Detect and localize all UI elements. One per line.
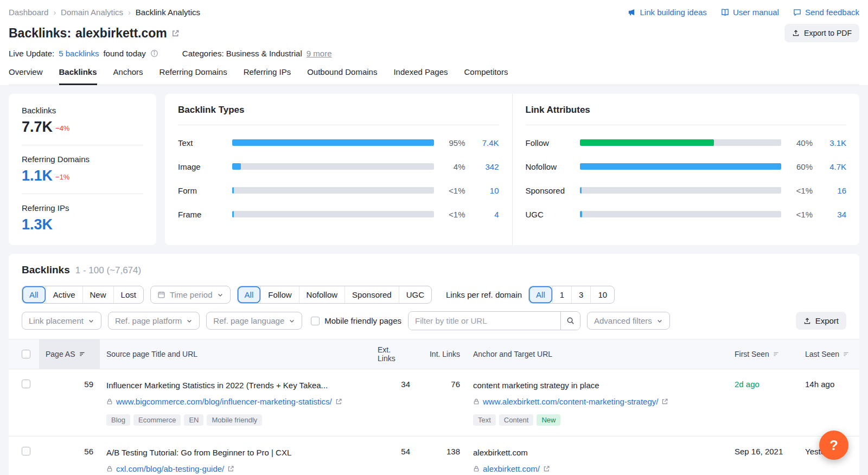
follow-filter-follow[interactable]: Follow: [260, 286, 298, 303]
cell-anchor: alexbirkett.com alexbirkett.com/: [467, 437, 728, 475]
stat-referring-domains: Referring Domains 1.1K−1%: [22, 155, 143, 184]
bar-track: [580, 211, 782, 217]
ref-page-platform-dropdown[interactable]: Ref. page platform: [108, 312, 200, 330]
column-header-int-links[interactable]: Int. Links: [417, 339, 467, 369]
source-title: Influencer Marketing Statistics in 2022 …: [106, 380, 365, 391]
tab-overview[interactable]: Overview: [9, 67, 43, 85]
tab-outbound-domains[interactable]: Outbound Domains: [307, 67, 377, 85]
external-link-icon[interactable]: [171, 29, 180, 37]
link-attr-row-sponsored: Sponsored <1% 16: [526, 178, 847, 202]
stat-ref-ips-value[interactable]: 1.3K: [22, 216, 53, 233]
cell-ext-links: 54: [371, 437, 417, 475]
mobile-friendly-label: Mobile friendly pages: [324, 316, 401, 325]
book-icon: [721, 8, 729, 16]
backlink-types-title: Backlink Types: [178, 105, 499, 125]
lpd-1[interactable]: 1: [552, 286, 571, 303]
tab-indexed-pages[interactable]: Indexed Pages: [393, 67, 448, 85]
page-title: Backlinks: alexbirkett.com: [9, 26, 180, 41]
column-header-ext-links[interactable]: Ext. Links: [371, 339, 417, 369]
stat-backlinks-label: Backlinks: [22, 106, 143, 115]
backlink-analytics-page: Dashboard › Domain Analytics › Backlink …: [0, 0, 868, 475]
info-icon[interactable]: [150, 49, 158, 57]
source-url-line: www.bigcommerce.com/blog/influencer-mark…: [106, 396, 357, 408]
help-button[interactable]: ?: [819, 431, 848, 460]
external-link-icon[interactable]: [543, 465, 550, 472]
row-checkbox[interactable]: [22, 447, 30, 455]
search-button[interactable]: [560, 312, 580, 330]
user-manual-link[interactable]: User manual: [721, 8, 779, 17]
lpd-3[interactable]: 3: [571, 286, 590, 303]
select-all-checkbox[interactable]: [22, 350, 30, 358]
follow-filter-all[interactable]: All: [238, 286, 261, 303]
tab-anchors[interactable]: Anchors: [113, 67, 143, 85]
calendar-icon: [157, 291, 165, 299]
follow-filter-nofollow[interactable]: Nofollow: [299, 286, 345, 303]
bar-fill: [580, 187, 582, 194]
mobile-friendly-filter: Mobile friendly pages: [311, 316, 401, 325]
follow-filter-sponsored[interactable]: Sponsored: [344, 286, 399, 303]
backlink-type-row-form: Form <1% 10: [178, 178, 499, 202]
row-checkbox[interactable]: [22, 380, 30, 388]
time-period-dropdown[interactable]: Time period: [150, 286, 231, 304]
bar-fill: [580, 211, 582, 217]
source-title: A/B Testing Tutorial: Go from Beginner t…: [106, 447, 365, 458]
table-row: 56 A/B Testing Tutorial: Go from Beginne…: [9, 437, 859, 475]
live-update-backlinks-link[interactable]: 5 backlinks: [59, 49, 99, 58]
tab-referring-ips[interactable]: Referring IPs: [244, 67, 291, 85]
bar-fill: [580, 139, 714, 146]
link-building-ideas-link[interactable]: Link building ideas: [628, 8, 706, 17]
breadcrumb-domain-analytics[interactable]: Domain Analytics: [61, 8, 123, 17]
column-header-source[interactable]: Source page Title and URL: [100, 339, 371, 369]
source-url-link[interactable]: cxl.com/blog/ab-testing-guide/: [116, 464, 224, 473]
column-header-page-as[interactable]: Page AS: [39, 339, 100, 369]
status-filter-all[interactable]: All: [22, 286, 46, 303]
target-url-link[interactable]: alexbirkett.com/: [483, 464, 540, 473]
lpd-10[interactable]: 10: [590, 286, 614, 303]
column-header-last-seen[interactable]: Last Seen: [799, 339, 859, 369]
export-button[interactable]: Export: [796, 312, 846, 330]
link-placement-dropdown[interactable]: Link placement: [22, 312, 101, 330]
status-filter-active[interactable]: Active: [46, 286, 82, 303]
charts-card: Backlink Types Text 95% 7.4K Image 4%: [165, 94, 859, 245]
live-update-rest: found today: [103, 49, 145, 58]
export-to-pdf-button[interactable]: Export to PDF: [784, 24, 859, 42]
filter-search-input[interactable]: [409, 312, 560, 330]
mobile-friendly-checkbox[interactable]: [311, 317, 320, 325]
column-header-first-seen[interactable]: First Seen: [728, 339, 799, 369]
categories-more-link[interactable]: 9 more: [307, 49, 332, 58]
table-header: Page AS Source page Title and URL Ext. L…: [9, 339, 859, 369]
export-icon: [792, 29, 800, 37]
advanced-filters-dropdown[interactable]: Advanced filters: [587, 312, 670, 330]
external-link-icon[interactable]: [661, 398, 668, 405]
ref-page-language-dropdown[interactable]: Ref. page language: [206, 312, 302, 330]
status-filter-lost[interactable]: Lost: [113, 286, 143, 303]
cell-page-as: 56: [39, 437, 100, 475]
summary-stats-card: Backlinks 7.7K−4% Referring Domains 1.1K…: [9, 94, 156, 245]
tab-referring-domains[interactable]: Referring Domains: [159, 67, 227, 85]
external-link-icon[interactable]: [227, 465, 234, 472]
source-url-line: cxl.com/blog/ab-testing-guide/: [106, 463, 357, 475]
sort-icon: [773, 351, 780, 357]
link-attributes-title: Link Attributes: [526, 105, 847, 125]
meta-row: Live Update: 5 backlinks found today Cat…: [9, 49, 859, 58]
breadcrumb-dashboard[interactable]: Dashboard: [9, 8, 48, 17]
target-url-link[interactable]: www.alexbirkett.com/content-marketing-st…: [483, 397, 658, 406]
lpd-all[interactable]: All: [529, 286, 552, 303]
tag-chip: Content: [499, 414, 534, 426]
backlink-types-panel: Backlink Types Text 95% 7.4K Image 4%: [165, 94, 512, 245]
column-header-anchor[interactable]: Anchor and Target URL: [467, 339, 728, 369]
source-url-link[interactable]: www.bigcommerce.com/blog/influencer-mark…: [116, 397, 332, 406]
status-filter-new[interactable]: New: [82, 286, 113, 303]
export-icon: [803, 317, 811, 325]
external-link-icon[interactable]: [335, 398, 342, 405]
tab-backlinks[interactable]: Backlinks: [59, 67, 97, 85]
tab-competitors[interactable]: Competitors: [464, 67, 508, 85]
cell-int-links: 138: [417, 437, 467, 475]
follow-filter-ugc[interactable]: UGC: [399, 286, 431, 303]
main-content: Backlinks 7.7K−4% Referring Domains 1.1K…: [0, 85, 868, 475]
stat-ref-domains-value[interactable]: 1.1K: [22, 168, 53, 184]
send-feedback-link[interactable]: Send feedback: [793, 8, 859, 17]
links-per-domain-filter: All 1 3 10: [528, 286, 615, 304]
tag-chip: EN: [184, 414, 203, 426]
links-per-domain-label: Links per ref. domain: [446, 290, 522, 299]
